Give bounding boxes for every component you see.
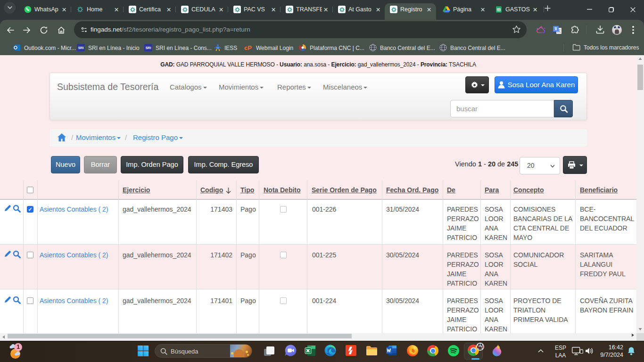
svg-text:cP: cP <box>244 44 252 51</box>
svg-text:SRI: SRI <box>146 46 151 49</box>
svg-text:SRI: SRI <box>78 46 84 49</box>
